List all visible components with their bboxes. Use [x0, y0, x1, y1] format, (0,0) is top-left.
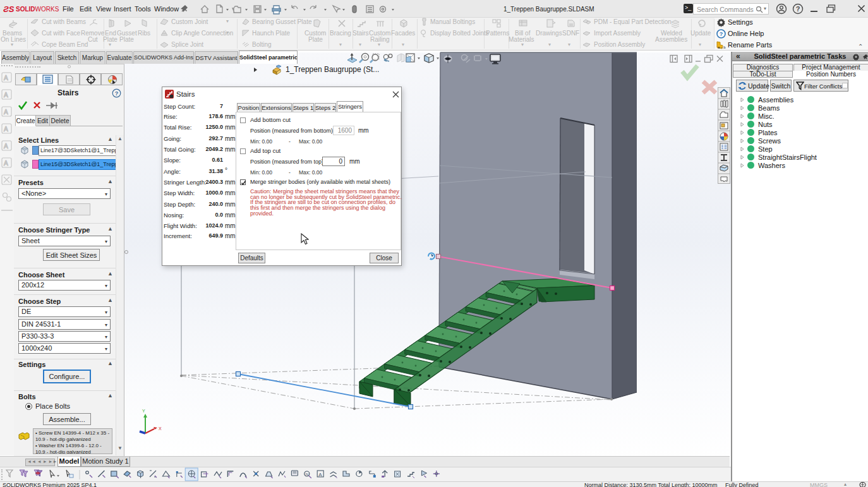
svg-text:Y: Y [142, 409, 145, 413]
svg-text:A: A [4, 92, 8, 99]
svg-text:A: A [4, 143, 8, 150]
svg-text:1_Treppen Baugruppe (St...: 1_Treppen Baugruppe (St... [286, 65, 379, 74]
svg-text:A: A [318, 472, 322, 478]
svg-text:A: A [4, 109, 8, 116]
svg-text:A: A [4, 126, 8, 133]
svg-text:N: N [306, 472, 308, 476]
svg-text:A: A [4, 75, 8, 81]
svg-text:?: ? [115, 90, 119, 97]
svg-text:X: X [159, 426, 162, 431]
svg-text:?: ? [796, 5, 800, 13]
svg-text:A: A [4, 160, 8, 167]
svg-text:?: ? [720, 31, 723, 37]
svg-text:a→b: a→b [718, 45, 726, 49]
